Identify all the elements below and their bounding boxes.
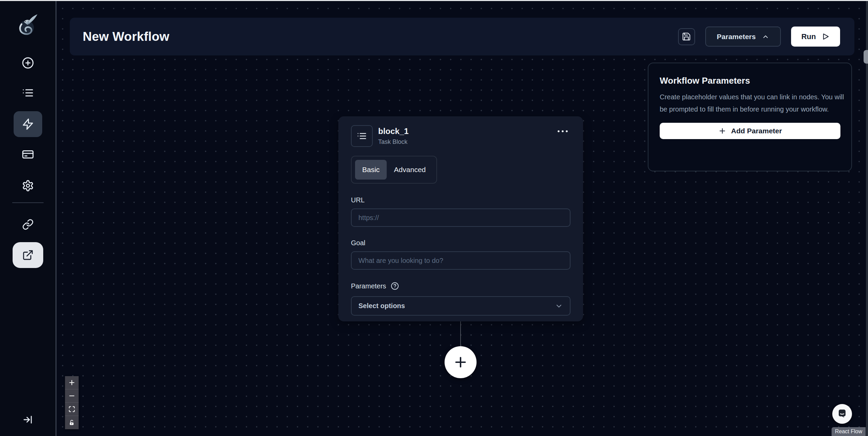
task-block-node[interactable]: block_1 Task Block Basic Advanced URL Go…: [338, 116, 583, 321]
page-title: New Workflow: [83, 30, 170, 44]
parameters-label-row: Parameters: [351, 282, 570, 290]
scrollbar-thumb[interactable]: [864, 50, 868, 64]
sidebar-expand-button[interactable]: [18, 411, 38, 429]
node-mode-tabs: Basic Advanced: [351, 156, 437, 184]
workflow-header: New Workflow Parameters Run: [70, 18, 854, 55]
node-header: block_1 Task Block: [351, 125, 570, 147]
top-edge-strip: [0, 0, 868, 1]
chevron-up-icon: [762, 33, 769, 40]
skyvern-dragon-logo[interactable]: [17, 13, 39, 37]
external-link-icon: [22, 249, 34, 261]
sidebar-item-billing[interactable]: [14, 141, 42, 167]
run-button[interactable]: Run: [791, 27, 840, 47]
parameters-select[interactable]: Select options: [351, 296, 570, 316]
add-block-button[interactable]: [445, 346, 477, 378]
chevron-down-icon: [555, 302, 563, 310]
link-icon: [22, 219, 34, 230]
lock-open-icon: [68, 419, 75, 426]
chat-launcher-button[interactable]: [832, 404, 852, 424]
sidebar-item-settings[interactable]: [14, 173, 42, 199]
gear-icon: [22, 180, 34, 192]
zoom-in-button[interactable]: [65, 376, 79, 389]
scrollbar-track: [866, 0, 868, 436]
list-icon: [357, 131, 367, 141]
chevron-down-icon-wrap: [555, 302, 563, 310]
workflow-parameters-panel: Workflow Parameters Create placeholder v…: [648, 63, 852, 171]
url-label-row: URL: [351, 196, 570, 204]
parameters-help-button[interactable]: [391, 282, 399, 290]
chat-bubble-icon: [837, 408, 848, 419]
tab-advanced[interactable]: Advanced: [387, 160, 433, 180]
app-window: New Workflow Parameters Run: [0, 0, 868, 436]
circle-help-icon: [391, 282, 399, 290]
sidebar-item-workflows[interactable]: [14, 111, 42, 137]
arrow-right-to-line-icon: [22, 414, 34, 425]
sidebar-divider: [12, 202, 44, 203]
fit-view-icon: [68, 406, 75, 413]
node-subtitle: Task Block: [378, 138, 408, 146]
tab-basic[interactable]: Basic: [355, 160, 387, 180]
circle-plus-icon: [22, 57, 34, 69]
sidebar-item-create[interactable]: [14, 50, 42, 76]
goal-label-row: Goal: [351, 239, 570, 247]
header-actions: Parameters Run: [678, 27, 840, 47]
react-flow-attribution[interactable]: React Flow: [832, 427, 866, 436]
ellipsis-icon: [557, 129, 568, 133]
parameters-select-value: Select options: [358, 302, 405, 310]
sidebar-item-link[interactable]: [14, 212, 42, 237]
plus-icon: [453, 354, 468, 370]
sidebar-item-tasks[interactable]: [14, 80, 42, 106]
sidebar: [0, 0, 57, 436]
node-title: block_1: [378, 127, 408, 136]
node-icon-box: [351, 125, 373, 147]
save-icon: [682, 32, 691, 41]
parameters-button-label: Parameters: [717, 33, 756, 41]
panel-title: Workflow Parameters: [660, 76, 840, 86]
goal-input[interactable]: [351, 251, 570, 270]
lightning-icon: [22, 118, 34, 130]
add-parameter-label: Add Parameter: [731, 127, 782, 135]
goal-label: Goal: [351, 239, 365, 247]
url-label: URL: [351, 196, 365, 204]
fit-view-button[interactable]: [65, 403, 79, 416]
zoom-out-button[interactable]: [65, 389, 79, 403]
node-menu-button[interactable]: [555, 127, 570, 135]
sidebar-item-share[interactable]: [13, 242, 43, 268]
play-icon: [821, 32, 830, 41]
save-button[interactable]: [678, 28, 695, 45]
zoom-out-icon: [68, 392, 76, 400]
canvas-controls: [65, 376, 79, 429]
panel-description: Create placeholder values that you can l…: [660, 91, 846, 115]
parameters-toggle-button[interactable]: Parameters: [705, 27, 781, 47]
plus-icon: [718, 127, 726, 135]
add-parameter-button[interactable]: Add Parameter: [660, 123, 840, 139]
node-connector-edge: [460, 321, 461, 347]
run-button-label: Run: [801, 32, 816, 41]
url-input[interactable]: [351, 208, 570, 227]
zoom-in-icon: [68, 379, 76, 386]
dragon-logo-icon: [17, 13, 39, 37]
node-titles: block_1 Task Block: [378, 127, 408, 146]
parameters-label: Parameters: [351, 282, 386, 290]
list-icon: [22, 87, 34, 99]
lock-toggle-button[interactable]: [65, 416, 79, 429]
credit-card-icon: [22, 148, 34, 161]
